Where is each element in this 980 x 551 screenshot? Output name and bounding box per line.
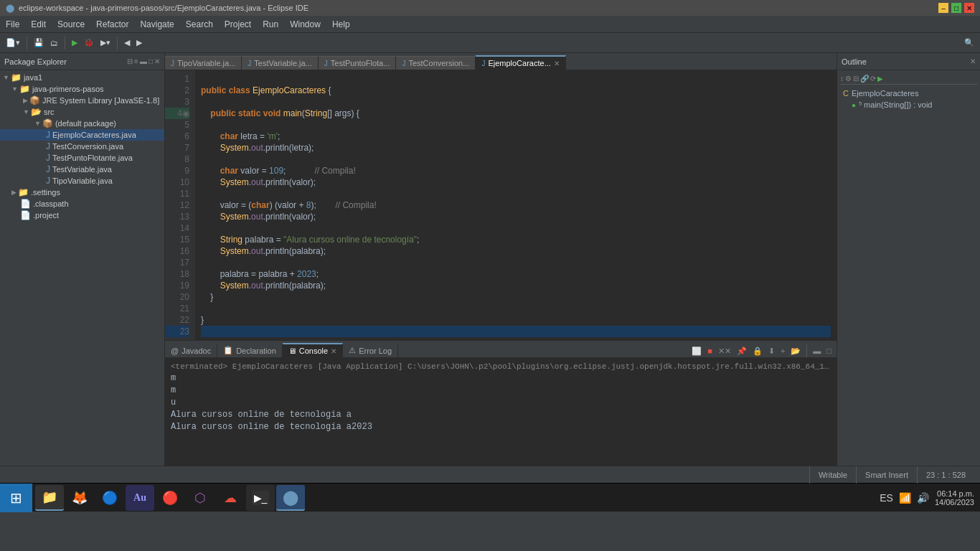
tab-test-variable[interactable]: J TestVariable.ja... <box>242 56 319 70</box>
console-stop-btn[interactable]: ■ <box>705 346 715 356</box>
bottom-panel: @ Javadoc 📋 Declaration 🖥 Console ✕ ⚠ Er… <box>165 340 837 466</box>
next-button[interactable]: ▶ <box>133 37 145 49</box>
outline-item-main[interactable]: ● ⁵ main(String[]) : void <box>840 99 977 111</box>
tab-tipo-variable[interactable]: J TipoVariable.ja... <box>165 56 242 70</box>
tray-network[interactable]: 📶 <box>899 492 911 504</box>
method-icon: ● <box>852 101 856 109</box>
close-button[interactable]: ✕ <box>964 3 974 13</box>
pe-close-btn[interactable]: ✕ <box>154 57 160 65</box>
title-bar-controls[interactable]: – □ ✕ <box>938 3 974 13</box>
taskbar-chrome[interactable]: 🔴 <box>156 485 184 511</box>
tree-label-project-file: .project <box>33 211 59 220</box>
minimize-button[interactable]: – <box>938 3 948 13</box>
tab-ejemplo-close[interactable]: ✕ <box>554 60 560 67</box>
new-button[interactable]: 📄▾ <box>3 37 23 49</box>
tab-console-close[interactable]: ✕ <box>331 347 336 355</box>
console-scroll-end[interactable]: ⬇ <box>766 346 777 357</box>
pe-collapse-btn[interactable]: ⊟ <box>127 57 133 65</box>
tray-date: 14/06/2023 <box>935 498 974 507</box>
expand-java-primeros-pasos: ▼ <box>11 85 18 93</box>
menu-run[interactable]: Run <box>257 18 284 31</box>
line-num-7: 7 <box>165 142 189 154</box>
menu-project[interactable]: Project <box>219 18 257 31</box>
tab-error-log[interactable]: ⚠ Error Log <box>343 344 398 357</box>
console-new[interactable]: + <box>778 346 787 356</box>
tree-item-test-variable[interactable]: J TestVariable.java <box>0 164 164 175</box>
tree-item-classpath[interactable]: 📄 .classpath <box>0 198 164 209</box>
menu-search[interactable]: Search <box>180 18 219 31</box>
tree-item-java-primeros-pasos[interactable]: ▼ 📁 java-primeros-pasos <box>0 83 164 95</box>
tree-item-test-conversion[interactable]: J TestConversion.java <box>0 141 164 152</box>
tray-lang[interactable]: ES <box>880 492 893 504</box>
bottom-min-btn[interactable]: ▬ <box>811 346 823 356</box>
outline-sync-btn[interactable]: ⟳ <box>870 75 876 83</box>
taskbar-terminal[interactable]: ▶_ <box>246 485 275 511</box>
tab-javadoc[interactable]: @ Javadoc <box>165 344 217 357</box>
prev-button[interactable]: ◀ <box>121 37 133 49</box>
tab-console[interactable]: 🖥 Console ✕ <box>283 343 343 357</box>
bottom-max-btn[interactable]: □ <box>824 346 834 356</box>
tree-item-test-punto-flotante[interactable]: J TestPuntoFlotante.java <box>0 152 164 164</box>
taskbar-firefox[interactable]: 🦊 <box>65 485 94 511</box>
outline-panel: Outline ✕ ↕ ⚙ ⊟ 🔗 ⟳ ▶ C EjemploCaractere… <box>837 53 980 466</box>
outline-item-class[interactable]: C EjemploCaracteres <box>840 88 977 99</box>
outline-sort-btn[interactable]: ↕ <box>840 75 844 83</box>
tab-test-conversion-label: TestConversion... <box>408 59 469 67</box>
console-scroll-lock[interactable]: 🔒 <box>750 346 765 357</box>
tree-item-ejemplo-caracteres[interactable]: J EjemploCaracteres.java <box>0 129 164 141</box>
start-button[interactable]: ⊞ <box>0 484 32 512</box>
menu-edit[interactable]: Edit <box>25 18 52 31</box>
tree-item-default-package[interactable]: ▼ 📦 (default package) <box>0 118 164 129</box>
console-pin-btn[interactable]: 📌 <box>735 346 749 357</box>
console-clear-btn[interactable]: ⬜ <box>689 346 704 357</box>
tab-ejemplo-caracteres[interactable]: J EjemploCaracte... ✕ <box>476 55 565 70</box>
tray-volume[interactable]: 🔊 <box>917 492 929 504</box>
tree-item-tipo-variable[interactable]: J TipoVariable.java <box>0 175 164 187</box>
pe-max-btn[interactable]: □ <box>149 57 153 65</box>
run-button[interactable]: ▶ <box>69 37 80 49</box>
tree-item-src[interactable]: ▼ 📂 src <box>0 106 164 118</box>
search-toolbar-button[interactable]: 🔍 <box>961 37 977 49</box>
taskbar-eclipse[interactable]: ⬤ <box>276 485 305 511</box>
pe-min-btn[interactable]: ▬ <box>140 57 147 65</box>
taskbar-firefox-dev[interactable]: 🔵 <box>95 485 124 511</box>
save-button[interactable]: 💾 <box>31 37 47 49</box>
line-num-19: 19 <box>165 280 189 291</box>
outline-collapse-btn[interactable]: ⊟ <box>853 75 859 83</box>
status-mid: Writable Smart Insert 23 : 1 : 528 <box>809 466 974 484</box>
menu-refactor[interactable]: Refactor <box>90 18 134 31</box>
status-bar: Writable Smart Insert 23 : 1 : 528 <box>0 466 980 483</box>
taskbar-file-explorer[interactable]: 📁 <box>35 485 64 511</box>
line-num-16: 16 <box>165 245 189 257</box>
tree-label-jre: JRE System Library [JavaSE-1.8] <box>42 96 159 105</box>
outline-close-btn[interactable]: ✕ <box>970 57 976 65</box>
tab-declaration[interactable]: 📋 Declaration <box>217 344 283 357</box>
tree-item-settings[interactable]: ▶ 📁 .settings <box>0 187 164 198</box>
outline-link-btn[interactable]: 🔗 <box>860 75 869 83</box>
run-config-button[interactable]: ▶▾ <box>98 37 113 49</box>
tab-test-punto-flota[interactable]: J TestPuntoFlota... <box>319 56 397 70</box>
outline-filter-btn[interactable]: ⚙ <box>845 75 852 83</box>
console-open-console[interactable]: 📂 <box>788 346 803 357</box>
tree-item-jre[interactable]: ▶ 📦 JRE System Library [JavaSE-1.8] <box>0 95 164 106</box>
console-header-text: <terminated> EjemploCaracteres [Java App… <box>171 362 831 371</box>
pe-menu-btn[interactable]: ≡ <box>134 57 138 65</box>
menu-source[interactable]: Source <box>52 18 90 31</box>
taskbar-nox[interactable]: ☁ <box>216 485 245 511</box>
code-editor[interactable]: public class EjemploCaracteres { public … <box>195 70 837 340</box>
jar-icon-jre: 📦 <box>29 95 40 105</box>
console-remove-btn[interactable]: ✕✕ <box>716 346 733 357</box>
maximize-button[interactable]: □ <box>951 3 961 13</box>
taskbar-app6[interactable]: ⬡ <box>186 485 215 511</box>
menu-help[interactable]: Help <box>326 18 356 31</box>
taskbar-adobe-au[interactable]: Au <box>126 485 154 511</box>
tree-item-project-file[interactable]: 📄 .project <box>0 209 164 221</box>
debug-button[interactable]: 🐞 <box>81 37 97 49</box>
menu-navigate[interactable]: Navigate <box>134 18 179 31</box>
menu-window[interactable]: Window <box>284 18 326 31</box>
save-all-button[interactable]: 🗂 <box>47 37 61 49</box>
tab-test-conversion[interactable]: J TestConversion... <box>396 56 476 70</box>
taskbar: ⊞ 📁 🦊 🔵 Au 🔴 ⬡ ☁ ▶_ <box>0 483 980 512</box>
menu-file[interactable]: File <box>0 18 25 31</box>
tree-item-java1[interactable]: ▼ 📁 java1 <box>0 72 164 83</box>
